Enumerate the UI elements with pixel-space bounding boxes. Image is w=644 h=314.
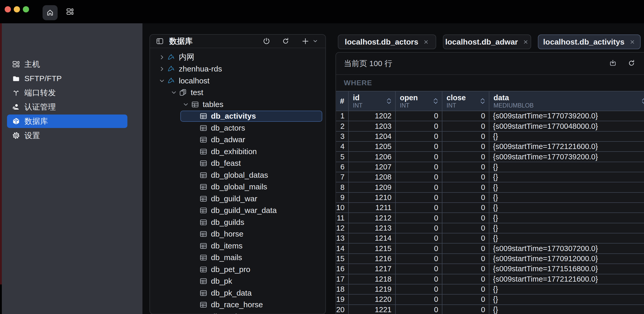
tree-node-内网[interactable]: 内网 xyxy=(150,51,325,63)
close-icon[interactable] xyxy=(523,39,529,45)
close-window-button[interactable] xyxy=(5,6,11,12)
cell-data[interactable]: {s009startTime=1770739200.0} xyxy=(489,111,644,121)
export-button[interactable] xyxy=(609,59,617,67)
refresh-connections-button[interactable] xyxy=(282,37,290,45)
cell-close[interactable]: 0 xyxy=(442,121,489,131)
cell-close[interactable]: 0 xyxy=(442,162,489,172)
disconnect-button[interactable] xyxy=(263,37,270,45)
tree-node-tables[interactable]: tables xyxy=(150,98,325,110)
home-button[interactable] xyxy=(43,5,58,20)
cell-close[interactable]: 0 xyxy=(442,203,489,213)
cell-close[interactable]: 0 xyxy=(442,152,489,162)
tree-node-db_adwar[interactable]: db_adwar xyxy=(150,134,325,146)
cell-open[interactable]: 0 xyxy=(396,264,442,274)
cell-data[interactable]: {s009startTime=1772121600.0} xyxy=(489,274,644,284)
cell-id[interactable]: 1205 xyxy=(349,142,396,152)
tree-node-zhenhua-rds[interactable]: zhenhua-rds xyxy=(150,63,325,75)
cell-id[interactable]: 1217 xyxy=(349,264,396,274)
cell-open[interactable]: 0 xyxy=(396,142,442,152)
cell-close[interactable]: 0 xyxy=(442,213,489,223)
tree-node-db_global_mails[interactable]: db_global_mails xyxy=(150,181,325,193)
sidebar-item-认证管理[interactable]: 认证管理 xyxy=(7,100,127,114)
cell-id[interactable]: 1207 xyxy=(349,162,396,172)
tab-localhost.db_adwar[interactable]: localhost.db_adwar xyxy=(443,34,531,49)
refresh-data-button[interactable] xyxy=(628,59,635,67)
cell-close[interactable]: 0 xyxy=(442,132,489,142)
tree-node-db_race_horse[interactable]: db_race_horse xyxy=(150,299,325,311)
cell-data[interactable]: {} xyxy=(489,295,644,305)
where-filter-row[interactable]: WHERE xyxy=(336,75,644,91)
cell-data[interactable]: {} xyxy=(489,233,644,244)
column-header-data[interactable]: dataMEDIUMBLOB xyxy=(489,91,644,111)
chevron-right-icon[interactable] xyxy=(159,54,165,60)
cell-id[interactable]: 1214 xyxy=(349,233,396,244)
cell-id[interactable]: 1219 xyxy=(349,284,396,295)
cell-data[interactable]: {} xyxy=(489,305,644,314)
cell-open[interactable]: 0 xyxy=(396,132,442,142)
tree-node-db_guild_war_data[interactable]: db_guild_war_data xyxy=(150,205,325,217)
cell-close[interactable]: 0 xyxy=(442,193,489,203)
cell-id[interactable]: 1215 xyxy=(349,244,396,254)
cell-data[interactable]: {s009startTime=1770739200.0} xyxy=(489,152,644,162)
cell-data[interactable]: {} xyxy=(489,132,644,142)
tree-node-db_items[interactable]: db_items xyxy=(150,240,325,252)
cell-close[interactable]: 0 xyxy=(442,274,489,284)
tree-node-db_global_datas[interactable]: db_global_datas xyxy=(150,169,325,181)
add-connection-button[interactable] xyxy=(302,37,309,45)
tree-node-db_pk_data[interactable]: db_pk_data xyxy=(150,287,325,299)
cell-data[interactable]: {} xyxy=(489,182,644,192)
cell-open[interactable]: 0 xyxy=(396,223,442,233)
add-options-chevron[interactable] xyxy=(312,38,318,44)
cell-data[interactable]: {s009startTime=1772121600.0} xyxy=(489,142,644,152)
cell-id[interactable]: 1212 xyxy=(349,213,396,223)
chevron-down-icon[interactable] xyxy=(182,102,189,107)
tree-node-db_feast[interactable]: db_feast xyxy=(150,158,325,169)
tab-localhost.db_activitys[interactable]: localhost.db_activitys xyxy=(538,34,641,49)
chevron-down-icon[interactable] xyxy=(170,90,177,95)
chevron-right-icon[interactable] xyxy=(159,66,165,72)
cell-open[interactable]: 0 xyxy=(396,162,442,172)
cell-open[interactable]: 0 xyxy=(396,284,442,295)
sidebar-item-设置[interactable]: 设置 xyxy=(7,129,127,142)
minimize-window-button[interactable] xyxy=(14,6,20,12)
tree-node-db_mails[interactable]: db_mails xyxy=(150,252,325,264)
cell-id[interactable]: 1216 xyxy=(349,254,396,264)
cell-open[interactable]: 0 xyxy=(396,305,442,314)
cell-close[interactable]: 0 xyxy=(442,295,489,305)
cell-close[interactable]: 0 xyxy=(442,233,489,244)
cell-close[interactable]: 0 xyxy=(442,223,489,233)
cell-data[interactable]: {} xyxy=(489,172,644,182)
tree-node-db_pk[interactable]: db_pk xyxy=(150,275,325,287)
cell-open[interactable]: 0 xyxy=(396,254,442,264)
sidebar-item-主机[interactable]: 主机 xyxy=(7,58,127,71)
cell-id[interactable]: 1220 xyxy=(349,295,396,305)
tree-node-db_activitys[interactable]: db_activitys xyxy=(150,110,325,122)
cell-id[interactable]: 1204 xyxy=(349,132,396,142)
tree-node-db_pet_pro[interactable]: db_pet_pro xyxy=(150,263,325,275)
cell-data[interactable]: {} xyxy=(489,193,644,203)
tab-localhost.db_actors[interactable]: localhost.db_actors xyxy=(338,34,436,49)
cell-open[interactable]: 0 xyxy=(396,233,442,244)
tree-node-db_horse[interactable]: db_horse xyxy=(150,228,325,240)
cell-open[interactable]: 0 xyxy=(396,203,442,213)
cell-id[interactable]: 1209 xyxy=(349,182,396,192)
tree-node-db_guilds[interactable]: db_guilds xyxy=(150,216,325,228)
tree-node-db_guild_war[interactable]: db_guild_war xyxy=(150,193,325,205)
cell-data[interactable]: {s009startTime=1770048000.0} xyxy=(489,121,644,131)
cell-id[interactable]: 1213 xyxy=(349,223,396,233)
cell-id[interactable]: 1203 xyxy=(349,121,396,131)
chevron-down-icon[interactable] xyxy=(159,78,165,84)
cell-open[interactable]: 0 xyxy=(396,274,442,284)
cell-close[interactable]: 0 xyxy=(442,264,489,274)
zoom-window-button[interactable] xyxy=(23,6,29,12)
cell-close[interactable]: 0 xyxy=(442,142,489,152)
cell-open[interactable]: 0 xyxy=(396,182,442,192)
cell-id[interactable]: 1202 xyxy=(349,111,396,121)
cell-close[interactable]: 0 xyxy=(442,172,489,182)
cell-close[interactable]: 0 xyxy=(442,111,489,121)
cell-data[interactable]: {s009startTime=1771516800.0} xyxy=(489,264,644,274)
cell-data[interactable]: {} xyxy=(489,223,644,233)
panel-toggle-icon[interactable] xyxy=(156,38,163,45)
close-icon[interactable] xyxy=(629,39,635,45)
cell-open[interactable]: 0 xyxy=(396,111,442,121)
